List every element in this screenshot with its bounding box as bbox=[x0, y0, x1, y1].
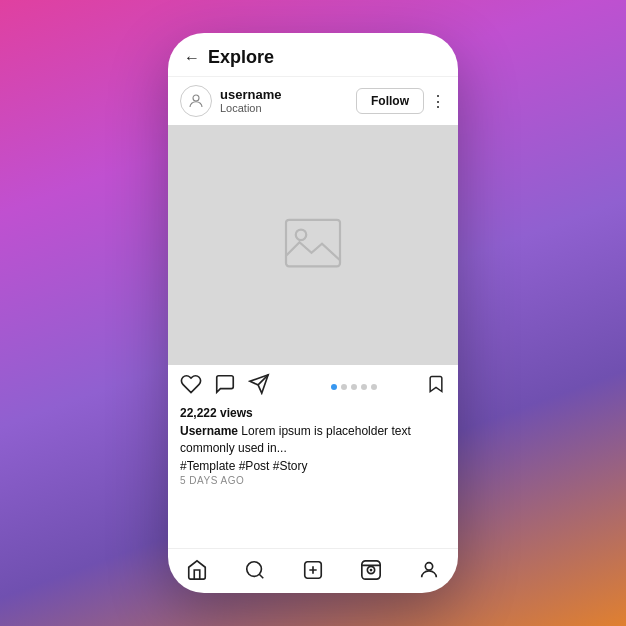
svg-point-5 bbox=[247, 562, 262, 577]
svg-point-14 bbox=[425, 563, 432, 570]
nav-search[interactable] bbox=[226, 559, 284, 581]
dot-3 bbox=[351, 384, 357, 390]
avatar bbox=[180, 85, 212, 117]
screen: ← Explore username Location Follow ⋮ bbox=[168, 33, 458, 593]
image-dots bbox=[282, 384, 426, 390]
image-placeholder-icon bbox=[283, 213, 343, 277]
header: ← Explore bbox=[168, 33, 458, 77]
nav-home[interactable] bbox=[168, 559, 226, 581]
post-username: username bbox=[220, 87, 356, 103]
bottom-nav bbox=[168, 548, 458, 593]
nav-reels[interactable] bbox=[342, 559, 400, 581]
views-count: 22,222 views bbox=[180, 406, 446, 420]
post-image bbox=[168, 125, 458, 365]
caption-username: Username bbox=[180, 424, 238, 438]
post-header: username Location Follow ⋮ bbox=[168, 77, 458, 125]
svg-line-6 bbox=[259, 574, 263, 578]
dot-1 bbox=[331, 384, 337, 390]
share-icon[interactable] bbox=[248, 373, 270, 400]
post-location: Location bbox=[220, 102, 356, 115]
post-caption: Username Lorem ipsum is placeholder text… bbox=[180, 423, 446, 457]
post-hashtags: #Template #Post #Story bbox=[180, 459, 446, 473]
actions-bar bbox=[168, 365, 458, 404]
svg-rect-1 bbox=[286, 220, 340, 267]
user-info: username Location bbox=[220, 87, 356, 116]
svg-point-2 bbox=[296, 230, 307, 241]
dot-2 bbox=[341, 384, 347, 390]
nav-add[interactable] bbox=[284, 559, 342, 581]
post-info: 22,222 views Username Lorem ipsum is pla… bbox=[168, 404, 458, 490]
svg-point-0 bbox=[193, 95, 199, 101]
more-options-icon[interactable]: ⋮ bbox=[430, 92, 446, 111]
bookmark-icon[interactable] bbox=[426, 374, 446, 399]
follow-button[interactable]: Follow bbox=[356, 88, 424, 114]
dot-4 bbox=[361, 384, 367, 390]
nav-profile[interactable] bbox=[400, 559, 458, 581]
post-time: 5 DAYS AGO bbox=[180, 475, 446, 486]
dot-5 bbox=[371, 384, 377, 390]
comment-icon[interactable] bbox=[214, 373, 236, 400]
phone-frame: ← Explore username Location Follow ⋮ bbox=[168, 33, 458, 593]
svg-point-12 bbox=[370, 569, 373, 572]
back-button[interactable]: ← bbox=[184, 49, 200, 67]
page-title: Explore bbox=[208, 47, 274, 68]
like-icon[interactable] bbox=[180, 373, 202, 400]
